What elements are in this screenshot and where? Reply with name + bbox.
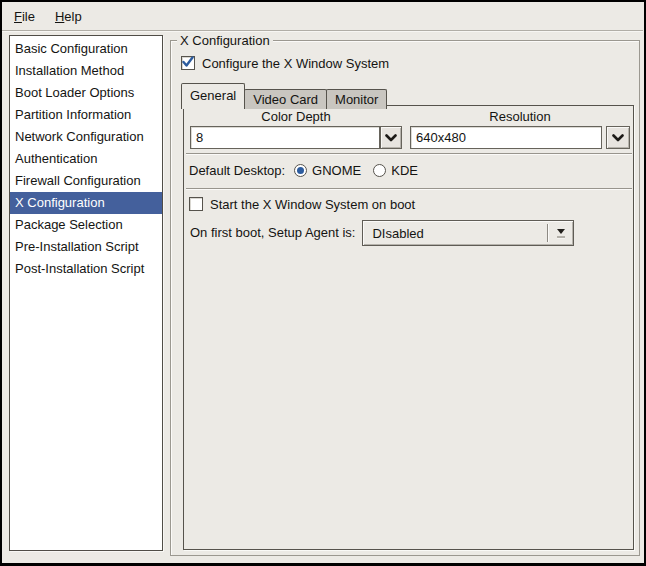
menu-file-label-rest: ile [22, 9, 35, 24]
start-x-on-boot-label: Start the X Window System on boot [210, 197, 415, 212]
setup-agent-row: On first boot, Setup Agent is: DIsabled [190, 220, 574, 246]
sidebar-item-partition-information[interactable]: Partition Information [10, 104, 162, 126]
separator [186, 153, 632, 155]
tab-general[interactable]: General [181, 83, 245, 109]
checkbox-checked-icon [181, 56, 195, 70]
configure-x-checkbox[interactable]: Configure the X Window System [181, 55, 389, 71]
kde-radio[interactable]: KDE [373, 163, 418, 178]
sidebar-item-network-configuration[interactable]: Network Configuration [10, 126, 162, 148]
setup-agent-value: DIsabled [363, 226, 547, 241]
radio-selected-icon [294, 164, 307, 177]
tab-monitor[interactable]: Monitor [326, 89, 387, 109]
configure-x-label: Configure the X Window System [202, 56, 389, 71]
menu-file-label: F [14, 9, 22, 24]
sidebar-item-firewall-configuration[interactable]: Firewall Configuration [10, 170, 162, 192]
sidebar-item-installation-method[interactable]: Installation Method [10, 60, 162, 82]
tab-video-card[interactable]: Video Card [244, 89, 327, 109]
radio-unselected-icon [373, 164, 386, 177]
setup-agent-label: On first boot, Setup Agent is: [190, 220, 355, 246]
menu-file[interactable]: File [4, 5, 45, 28]
gnome-radio[interactable]: GNOME [294, 163, 361, 178]
color-depth-label: Color Depth [190, 109, 402, 124]
color-depth-dropdown-button[interactable] [380, 126, 402, 149]
general-tab-panel: Color Depth Resolution 8 640x480 Default… [183, 105, 634, 550]
setup-agent-dropdown[interactable]: DIsabled [362, 220, 574, 246]
sidebar-item-pre-installation-script[interactable]: Pre-Installation Script [10, 236, 162, 258]
start-x-on-boot-checkbox[interactable]: Start the X Window System on boot [189, 196, 415, 212]
menu-help[interactable]: Help [45, 5, 92, 28]
chevron-down-icon [385, 134, 397, 142]
checkbox-unchecked-icon [189, 197, 203, 211]
chevron-down-icon [612, 134, 624, 142]
default-desktop-label: Default Desktop: [189, 163, 285, 178]
gnome-radio-label: GNOME [312, 163, 361, 178]
default-desktop-row: Default Desktop: GNOME KDE [189, 162, 430, 179]
color-depth-input[interactable]: 8 [190, 126, 380, 149]
sidebar-item-authentication[interactable]: Authentication [10, 148, 162, 170]
menubar: File Help [2, 2, 643, 31]
resolution-input[interactable]: 640x480 [410, 126, 602, 149]
sidebar-item-x-configuration[interactable]: X Configuration [10, 192, 162, 214]
menu-help-label-rest: elp [64, 9, 81, 24]
x-config-tabs: General Video Card Monitor [181, 83, 386, 109]
menu-help-label: H [55, 9, 64, 24]
dropdown-arrow-icon [549, 229, 573, 238]
resolution-dropdown-button[interactable] [606, 126, 630, 149]
sidebar-item-package-selection[interactable]: Package Selection [10, 214, 162, 236]
sidebar-item-basic-configuration[interactable]: Basic Configuration [10, 38, 162, 60]
kde-radio-label: KDE [391, 163, 418, 178]
kickstart-configurator-window: File Help Basic Configuration Installati… [0, 0, 646, 566]
section-list: Basic Configuration Installation Method … [9, 35, 163, 551]
sidebar-item-boot-loader-options[interactable]: Boot Loader Options [10, 82, 162, 104]
frame-title: X Configuration [177, 33, 273, 48]
sidebar-item-post-installation-script[interactable]: Post-Installation Script [10, 258, 162, 280]
resolution-label: Resolution [410, 109, 630, 124]
separator [186, 188, 632, 190]
